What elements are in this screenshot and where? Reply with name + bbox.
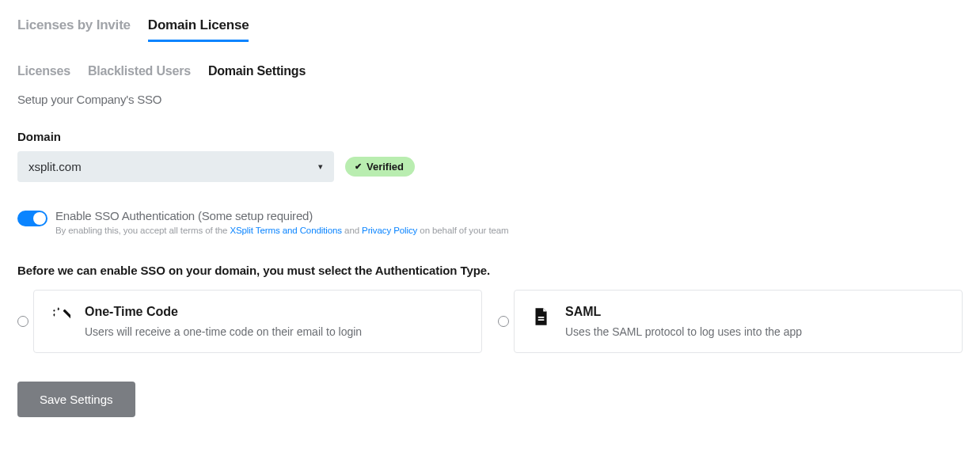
privacy-link[interactable]: Privacy Policy [362,226,417,235]
save-settings-button[interactable]: Save Settings [17,382,135,417]
auth-option-saml: SAML Uses the SAML protocol to log uses … [498,290,963,353]
sso-toggle-text: Enable SSO Authentication (Some setup re… [55,209,509,235]
auth-options: One-Time Code Users will receive a one-t… [17,290,963,353]
terms-link[interactable]: XSplit Terms and Conditions [230,226,342,235]
auth-desc-otc: Users will receive a one-time code on th… [85,325,362,338]
auth-type-heading: Before we can enable SSO on your domain,… [17,264,963,277]
verified-label: Verified [367,161,404,173]
check-icon: ✔ [355,161,362,172]
subtab-domain-settings[interactable]: Domain Settings [208,64,306,78]
radio-one-time-code[interactable] [17,316,28,327]
domain-row: xsplit.com ▾ ✔ Verified [17,151,963,182]
svg-point-1 [53,310,55,311]
domain-select-value: xsplit.com [28,160,82,173]
radio-saml[interactable] [498,316,509,327]
toggle-knob [33,212,46,225]
chevron-down-icon: ▾ [318,161,323,172]
subtab-blacklisted-users[interactable]: Blacklisted Users [88,64,191,78]
secondary-tabs: Licenses Blacklisted Users Domain Settin… [17,64,963,78]
svg-rect-0 [63,309,70,319]
domain-select[interactable]: xsplit.com ▾ [17,151,334,182]
page-subtitle: Setup your Company's SSO [17,93,963,106]
tab-domain-license[interactable]: Domain License [148,17,249,42]
svg-rect-3 [538,319,545,321]
verified-badge: ✔ Verified [345,157,415,177]
tab-licenses-by-invite[interactable]: Licenses by Invite [17,17,131,42]
auth-card-one-time-code[interactable]: One-Time Code Users will receive a one-t… [33,290,482,353]
sso-toggle-row: Enable SSO Authentication (Some setup re… [17,209,963,235]
auth-card-saml[interactable]: SAML Uses the SAML protocol to log uses … [514,290,963,353]
sso-toggle-title: Enable SSO Authentication (Some setup re… [55,209,509,222]
auth-title-otc: One-Time Code [85,305,362,319]
domain-field-label: Domain [17,130,963,143]
auth-option-otc: One-Time Code Users will receive a one-t… [17,290,482,353]
magic-wand-icon [50,306,70,327]
primary-tabs: Licenses by Invite Domain License [17,17,963,42]
subtab-licenses[interactable]: Licenses [17,64,70,78]
auth-desc-saml: Uses the SAML protocol to log uses into … [565,325,802,338]
sso-toggle-fineprint: By enabling this, you accept all terms o… [55,226,509,235]
auth-title-saml: SAML [565,305,802,319]
svg-rect-2 [538,317,545,318]
document-icon [530,306,551,327]
enable-sso-toggle[interactable] [17,211,47,226]
